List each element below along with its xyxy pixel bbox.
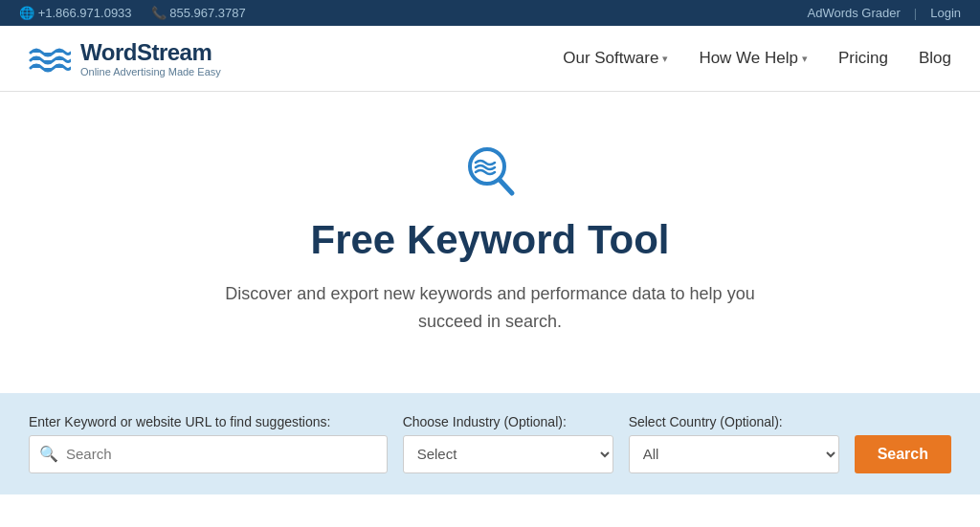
- chevron-down-icon: ▾: [802, 53, 808, 65]
- svg-line-1: [500, 180, 512, 193]
- phone1-number: +1.866.971.0933: [38, 6, 132, 20]
- search-icon: 🔍: [39, 445, 58, 463]
- logo-text: WordStream Online Advertising Made Easy: [80, 39, 221, 77]
- nav-blog-label: Blog: [919, 49, 951, 68]
- nav-our-software[interactable]: Our Software ▾: [563, 49, 668, 68]
- country-label: Select Country (Optional):: [629, 414, 839, 429]
- phone-icon: 📞: [151, 6, 167, 20]
- logo-area[interactable]: WordStream Online Advertising Made Easy: [29, 39, 221, 77]
- industry-select[interactable]: Select Automotive B2B Consumer Services …: [403, 435, 613, 473]
- nav-pricing-label: Pricing: [838, 49, 888, 68]
- hero-section: Free Keyword Tool Discover and export ne…: [0, 92, 980, 374]
- industry-label: Choose Industry (Optional):: [403, 414, 613, 429]
- hero-icon-area: [19, 140, 961, 202]
- top-bar-links: AdWords Grader | Login: [808, 6, 962, 20]
- country-select[interactable]: All United States United Kingdom Canada …: [629, 435, 839, 473]
- hero-subtitle: Discover and export new keywords and per…: [203, 280, 777, 336]
- industry-group: Choose Industry (Optional): Select Autom…: [403, 414, 613, 473]
- nav-how-we-help[interactable]: How We Help ▾: [699, 49, 808, 68]
- country-group: Select Country (Optional): All United St…: [629, 414, 839, 473]
- main-nav: Our Software ▾ How We Help ▾ Pricing Blo…: [563, 49, 951, 68]
- top-bar: 🌐 +1.866.971.0933 📞 855.967.3787 AdWords…: [0, 0, 980, 26]
- login-link[interactable]: Login: [930, 6, 961, 20]
- keyword-input-wrapper[interactable]: 🔍: [29, 435, 388, 473]
- logo-waves-icon: [29, 43, 71, 74]
- brand-tagline: Online Advertising Made Easy: [80, 66, 221, 77]
- top-bar-contacts: 🌐 +1.866.971.0933 📞 855.967.3787: [19, 6, 246, 20]
- top-bar-divider: |: [914, 6, 917, 20]
- search-section: Enter Keyword or website URL to find sug…: [0, 393, 980, 494]
- hero-title: Free Keyword Tool: [19, 217, 961, 263]
- keyword-label: Enter Keyword or website URL to find sug…: [29, 414, 388, 429]
- keyword-tool-icon: [457, 140, 523, 202]
- brand-name: WordStream: [80, 39, 221, 66]
- nav-blog[interactable]: Blog: [919, 49, 951, 68]
- chevron-down-icon: ▾: [662, 53, 668, 65]
- phone1-item: 🌐 +1.866.971.0933: [19, 6, 132, 20]
- nav-pricing[interactable]: Pricing: [838, 49, 888, 68]
- header: WordStream Online Advertising Made Easy …: [0, 26, 980, 92]
- keyword-group: Enter Keyword or website URL to find sug…: [29, 414, 388, 473]
- phone2-number: 855.967.3787: [169, 6, 246, 20]
- search-button[interactable]: Search: [855, 435, 951, 473]
- phone2-item: 📞 855.967.3787: [151, 6, 246, 20]
- nav-how-we-help-label: How We Help: [699, 49, 798, 68]
- globe-icon: 🌐: [19, 6, 34, 20]
- adwords-grader-link[interactable]: AdWords Grader: [808, 6, 901, 20]
- nav-our-software-label: Our Software: [563, 49, 658, 68]
- keyword-input[interactable]: [66, 446, 377, 462]
